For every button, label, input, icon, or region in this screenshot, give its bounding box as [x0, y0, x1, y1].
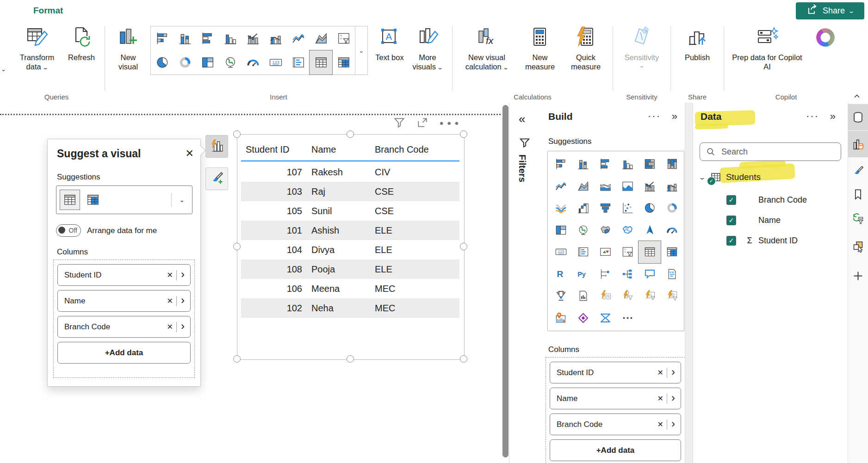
stacked-column-visual-icon[interactable]	[174, 26, 196, 50]
resize-handle[interactable]	[460, 355, 467, 363]
field-label[interactable]: Branch Code	[758, 195, 807, 205]
column-header[interactable]: Name	[310, 144, 368, 155]
expand-filters-chevron-icon[interactable]: «	[519, 113, 525, 125]
remove-field-icon[interactable]: ✕	[164, 271, 176, 279]
card-visual-icon[interactable]: 123	[550, 241, 572, 263]
search-input[interactable]	[720, 147, 824, 157]
build-more-options-icon[interactable]: ···	[648, 109, 661, 123]
clustered-column-visual-icon[interactable]	[616, 153, 639, 175]
field-row-student-id[interactable]: ✓ΣStudent ID	[726, 234, 798, 247]
matrix-visual-icon[interactable]	[332, 50, 355, 74]
more-options-icon[interactable]: • • •	[440, 121, 460, 126]
table-row[interactable]: 102NehaMEC	[241, 298, 459, 318]
collapse-ribbon-chevron-icon[interactable]	[852, 92, 862, 103]
copilot-button[interactable]	[806, 25, 844, 55]
gallery-scroll-chevron-icon[interactable]: ⌄	[355, 26, 367, 74]
collapse-build-chevron-icon[interactable]: »	[672, 111, 677, 123]
format-visual-button[interactable]	[205, 167, 228, 190]
shape-map-visual-icon[interactable]	[616, 219, 639, 241]
field-options-chevron-icon[interactable]: ›	[177, 295, 190, 307]
strip-sync-icon[interactable]	[848, 205, 868, 232]
clustered-bar-visual-icon[interactable]	[594, 153, 616, 175]
add-data-button[interactable]: +Add data	[57, 342, 191, 364]
pie-visual-icon[interactable]	[639, 197, 661, 219]
ai-slicer-visual-icon[interactable]	[616, 285, 639, 307]
matrix-visual-icon[interactable]	[661, 241, 683, 263]
table-row[interactable]: 105SunilCSE	[241, 201, 459, 221]
combo2-visual-icon[interactable]	[264, 26, 287, 50]
visual-filter-icon[interactable]	[393, 117, 405, 130]
collapse-data-chevron-icon[interactable]: »	[830, 111, 836, 123]
report-canvas[interactable]: Suggest a visual ✕ Suggestions ⌄ Off Arr…	[0, 103, 509, 463]
r-script-visual-icon[interactable]: R	[550, 263, 572, 285]
remove-field-icon[interactable]: ✕	[654, 394, 667, 403]
pie-visual-icon[interactable]	[151, 50, 174, 74]
stacked-column-visual-icon[interactable]	[572, 153, 594, 175]
python-visual-icon[interactable]: Py	[572, 263, 594, 285]
resize-handle[interactable]	[233, 243, 241, 250]
filled-map-visual-icon[interactable]	[594, 219, 616, 241]
strip-bookmark-icon[interactable]	[848, 181, 868, 208]
field-row-branch-code[interactable]: ✓Branch Code	[726, 193, 807, 206]
powerautomate-visual-icon[interactable]	[594, 307, 616, 329]
field-pill-student-id[interactable]: Student ID✕›	[57, 264, 191, 286]
ribbon-overflow-chevron-icon[interactable]: ⌄	[1, 66, 6, 73]
field-options-chevron-icon[interactable]: ›	[177, 321, 190, 333]
sensitivity-button[interactable]: Sensitivity ⌄	[617, 25, 667, 70]
strip-add-icon[interactable]	[848, 263, 868, 289]
data-more-options-icon[interactable]: ···	[806, 109, 819, 123]
resize-handle[interactable]	[460, 130, 467, 138]
field-pill-branch-code[interactable]: Branch Code✕›	[57, 316, 191, 338]
table-row[interactable]: 106MeenaMEC	[241, 279, 459, 298]
remove-field-icon[interactable]: ✕	[164, 322, 176, 331]
narrative-visual-icon[interactable]	[661, 263, 683, 285]
field-pill-student-id[interactable]: Student ID✕›	[550, 362, 681, 383]
paginated-visual-icon[interactable]	[572, 285, 594, 307]
field-row-name[interactable]: ✓Name	[726, 214, 781, 227]
publish-button[interactable]: Publish	[675, 25, 720, 63]
combo1-visual-icon[interactable]	[242, 26, 264, 50]
filled-area-visual-icon[interactable]	[616, 175, 639, 198]
combo2-visual-icon[interactable]	[661, 175, 683, 198]
refresh-button[interactable]: Refresh	[62, 25, 101, 63]
field-label[interactable]: Student ID	[758, 236, 798, 246]
more-dots-visual-icon[interactable]	[616, 307, 639, 329]
column-header[interactable]: Branch Code	[368, 144, 459, 155]
treemap-visual-icon[interactable]	[196, 50, 219, 74]
quick-measure-button[interactable]: Quick measure	[563, 25, 609, 72]
p100-bar-visual-icon[interactable]	[639, 153, 661, 175]
chevron-down-icon[interactable]: ⌄	[698, 174, 706, 181]
treemap-visual-icon[interactable]	[550, 219, 572, 241]
p100-column-visual-icon[interactable]	[661, 153, 683, 175]
transform-data-button[interactable]: Transform data ⌄	[12, 25, 62, 72]
stacked-bar-visual-icon[interactable]	[550, 153, 572, 175]
resize-handle[interactable]	[347, 355, 354, 363]
add-data-button[interactable]: +Add data	[550, 439, 681, 461]
remove-field-icon[interactable]: ✕	[654, 368, 667, 377]
field-options-chevron-icon[interactable]: ›	[667, 392, 681, 405]
card-visual-icon[interactable]: 123	[264, 50, 287, 74]
arrange-data-toggle[interactable]: Off	[56, 224, 81, 237]
strip-format-icon[interactable]	[848, 158, 868, 185]
field-checkbox[interactable]: ✓	[726, 216, 736, 225]
resize-handle[interactable]	[233, 130, 241, 138]
clustered-bar-visual-icon[interactable]	[196, 26, 219, 50]
gauge-visual-icon[interactable]	[242, 50, 264, 74]
suggested-matrix-visual-icon[interactable]	[83, 190, 103, 210]
clustered-column-visual-icon[interactable]	[219, 26, 242, 50]
line-visual-icon[interactable]	[287, 26, 310, 50]
table-tree-item-students[interactable]: ⌄ ✓ Students	[700, 170, 761, 184]
qa-visual-icon[interactable]	[639, 263, 661, 285]
share-button[interactable]: Share ⌄	[796, 2, 864, 19]
table-row[interactable]: 103RajCSE	[241, 182, 459, 201]
field-options-chevron-icon[interactable]: ›	[667, 418, 681, 431]
table-row[interactable]: 101AshishELE	[241, 221, 459, 240]
table-visual-icon[interactable]	[639, 241, 661, 263]
area-visual-icon[interactable]	[310, 26, 332, 50]
table-visual[interactable]: Student IDNameBranch Code107RakeshCIV103…	[237, 134, 465, 360]
resize-handle[interactable]	[233, 355, 241, 363]
chevron-down-icon[interactable]: ⌄	[172, 196, 192, 204]
suggested-table-visual-icon[interactable]	[60, 190, 80, 210]
strip-data-icon[interactable]	[848, 104, 868, 130]
filters-funnel-icon[interactable]	[519, 137, 531, 151]
